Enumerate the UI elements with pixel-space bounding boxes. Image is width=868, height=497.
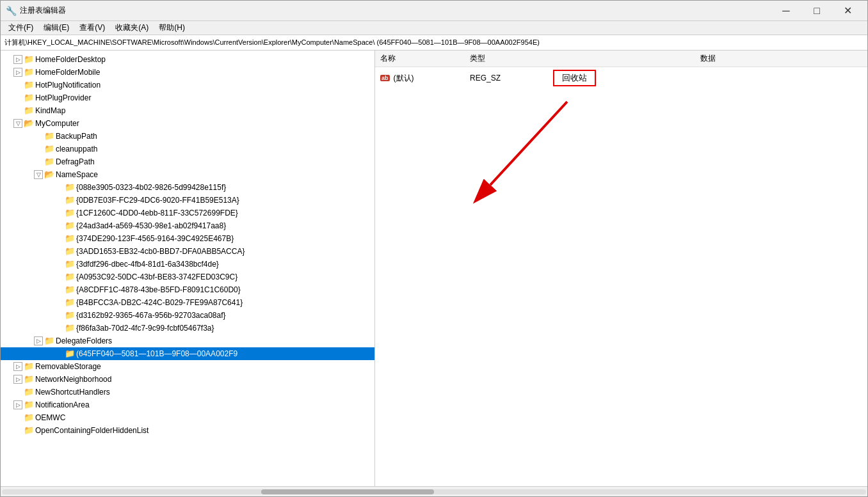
ab-badge: ab	[380, 75, 390, 81]
scrollbar-thumb[interactable]	[261, 489, 434, 494]
tree-label: NameSpace	[56, 168, 98, 181]
expand-icon[interactable]: ▷	[13, 55, 22, 64]
tree-node[interactable]: ▽ 📂 MyComputer	[1, 117, 374, 130]
tree-node[interactable]: ▷ 📁 HomeFolderMobile	[1, 66, 374, 79]
close-button[interactable]: ✕	[833, 1, 862, 20]
window-title: 注册表编辑器	[20, 5, 771, 16]
tree-panel[interactable]: ▷ 📁 HomeFolderDesktop ▷ 📁 HomeFolderMobi…	[1, 51, 375, 486]
tree-node[interactable]: 📁 {A8CDFF1C-4878-43be-B5FD-F8091C1C60D0}	[1, 283, 374, 296]
expand-icon	[54, 272, 63, 281]
tree-label: OEMWC	[35, 411, 65, 424]
tree-label: {B4BFCC3A-DB2C-424C-B029-7FE99A87C641}	[76, 296, 243, 309]
expand-icon	[13, 106, 22, 115]
tree-label: {1CF1260C-4DD0-4ebb-811F-33C572699FDE}	[76, 207, 238, 219]
folder-icon: 📁	[44, 143, 54, 155]
folder-icon: 📁	[24, 104, 34, 117]
tree-node[interactable]: ▷ 📁 DelegateFolders	[1, 335, 374, 347]
folder-icon: 📁	[65, 309, 75, 322]
tree-node[interactable]: 📁 DefragPath	[1, 155, 374, 168]
menu-file[interactable]: 文件(F)	[3, 21, 38, 35]
main-content: ▷ 📁 HomeFolderDesktop ▷ 📁 HomeFolderMobi…	[1, 51, 867, 486]
horizontal-scrollbar[interactable]	[1, 486, 867, 496]
tree-label: {d3162b92-9365-467a-956b-92703aca08af}	[76, 309, 226, 322]
column-header-data: 数据	[553, 53, 862, 64]
expand-icon	[54, 183, 63, 192]
tree-node[interactable]: 📁 {1CF1260C-4DD0-4ebb-811F-33C572699FDE}	[1, 207, 374, 219]
folder-icon: 📁	[65, 322, 75, 335]
expand-icon	[13, 81, 22, 90]
folder-icon: 📁	[65, 296, 75, 309]
folder-icon: 📁	[65, 258, 75, 271]
tree-node-selected[interactable]: 📁 (645FF040—5081—101B—9F08—00AA002F9	[1, 347, 374, 360]
tree-node[interactable]: 📁 BackupPath	[1, 130, 374, 143]
menu-favorites[interactable]: 收藏夹(A)	[110, 21, 154, 35]
registry-editor-window: 🔧 注册表编辑器 ─ □ ✕ 文件(F) 编辑(E) 查看(V) 收藏夹(A) …	[0, 0, 868, 497]
address-text: 计算机\HKEY_LOCAL_MACHINE\SOFTWARE\Microsof…	[4, 38, 540, 47]
tree-node[interactable]: 📁 {3ADD1653-EB32-4cb0-BBD7-DFA0ABB5ACCA}	[1, 245, 374, 258]
tree-node[interactable]: 📁 KindMap	[1, 104, 374, 117]
maximize-button[interactable]: □	[802, 1, 832, 20]
folder-icon: 📁	[65, 271, 75, 283]
tree-node[interactable]: 📁 HotPlugNotification	[1, 79, 374, 91]
tree-node[interactable]: 📁 {088e3905-0323-4b02-9826-5d99428e115f}	[1, 181, 374, 194]
tree-node[interactable]: ▷ 📁 HomeFolderDesktop	[1, 53, 374, 66]
expand-icon[interactable]: ▽	[13, 119, 22, 128]
tree-node[interactable]: 📁 NewShortcutHandlers	[1, 386, 374, 398]
expand-icon	[13, 413, 22, 422]
tree-node[interactable]: 📁 OEMWC	[1, 411, 374, 424]
tree-node[interactable]: 📁 {0DB7E03F-FC29-4DC6-9020-FF41B59E513A}	[1, 194, 374, 207]
tree-label: (645FF040—5081—101B—9F08—00AA002F9	[76, 347, 237, 360]
expand-icon	[34, 145, 43, 154]
expand-icon[interactable]: ▷	[13, 68, 22, 77]
tree-label: OpenContainingFolderHiddenList	[35, 424, 149, 437]
expand-icon	[54, 324, 63, 333]
folder-icon: 📁	[65, 283, 75, 296]
folder-icon: 📁	[65, 347, 75, 360]
registry-row[interactable]: ab (默认) REG_SZ 回收站	[375, 67, 867, 89]
address-bar: 计算机\HKEY_LOCAL_MACHINE\SOFTWARE\Microsof…	[1, 35, 867, 51]
expand-icon[interactable]: ▷	[13, 362, 22, 371]
expand-icon	[54, 285, 63, 294]
right-panel-header: 名称 类型 数据	[375, 51, 867, 67]
tree-node[interactable]: 📁 {374DE290-123F-4565-9164-39C4925E467B}	[1, 232, 374, 245]
tree-node[interactable]: ▷ 📁 NotificationArea	[1, 398, 374, 411]
tree-node[interactable]: 📁 {B4BFCC3A-DB2C-424C-B029-7FE99A87C641}	[1, 296, 374, 309]
expand-icon[interactable]: ▷	[13, 400, 22, 409]
menu-edit[interactable]: 编辑(E)	[38, 21, 74, 35]
folder-icon: 📁	[24, 53, 34, 66]
right-panel-wrapper: 名称 类型 数据 ab (默认) REG_SZ 回收站	[375, 51, 867, 486]
folder-icon: 📁	[24, 386, 34, 398]
folder-icon: 📁	[24, 424, 34, 437]
tree-label: {3ADD1653-EB32-4cb0-BBD7-DFA0ABB5ACCA}	[76, 245, 245, 258]
expand-icon[interactable]: ▽	[34, 170, 43, 179]
tree-node[interactable]: 📁 OpenContainingFolderHiddenList	[1, 424, 374, 437]
tree-node[interactable]: 📁 {A0953C92-50DC-43bf-BE83-3742FED03C9C}	[1, 271, 374, 283]
expand-icon[interactable]: ▷	[13, 375, 22, 384]
menu-help[interactable]: 帮助(H)	[154, 21, 190, 35]
expand-icon[interactable]: ▷	[34, 336, 43, 345]
tree-node[interactable]: ▽ 📂 NameSpace	[1, 168, 374, 181]
expand-icon	[54, 311, 63, 320]
expand-icon	[54, 260, 63, 269]
row-name: ab (默认)	[380, 73, 470, 84]
tree-label: BackupPath	[56, 130, 97, 143]
expand-icon	[34, 157, 43, 166]
folder-icon: 📁	[65, 219, 75, 232]
menu-view[interactable]: 查看(V)	[74, 21, 110, 35]
folder-icon: 📁	[24, 66, 34, 79]
folder-icon: 📁	[65, 245, 75, 258]
tree-node[interactable]: 📁 {d3162b92-9365-467a-956b-92703aca08af}	[1, 309, 374, 322]
window-controls: ─ □ ✕	[771, 1, 862, 20]
tree-node[interactable]: 📁 {24ad3ad4-a569-4530-98e1-ab02f9417aa8}	[1, 219, 374, 232]
tree-label: HotPlugProvider	[35, 91, 91, 104]
tree-label: HomeFolderMobile	[35, 66, 100, 79]
tree-node[interactable]: 📁 HotPlugProvider	[1, 91, 374, 104]
tree-node[interactable]: ▷ 📁 RemovableStorage	[1, 360, 374, 373]
tree-node[interactable]: ▷ 📁 NetworkNeighborhood	[1, 373, 374, 386]
tree-node[interactable]: 📁 {3dfdf296-dbec-4fb4-81d1-6a3438bcf4de}	[1, 258, 374, 271]
minimize-button[interactable]: ─	[771, 1, 801, 20]
tree-node[interactable]: 📁 {f86fa3ab-70d2-4fc7-9c99-fcbf05467f3a}	[1, 322, 374, 335]
row-type: REG_SZ	[470, 74, 553, 83]
tree-node[interactable]: 📁 cleanuppath	[1, 143, 374, 155]
tree-label: DelegateFolders	[56, 335, 112, 347]
